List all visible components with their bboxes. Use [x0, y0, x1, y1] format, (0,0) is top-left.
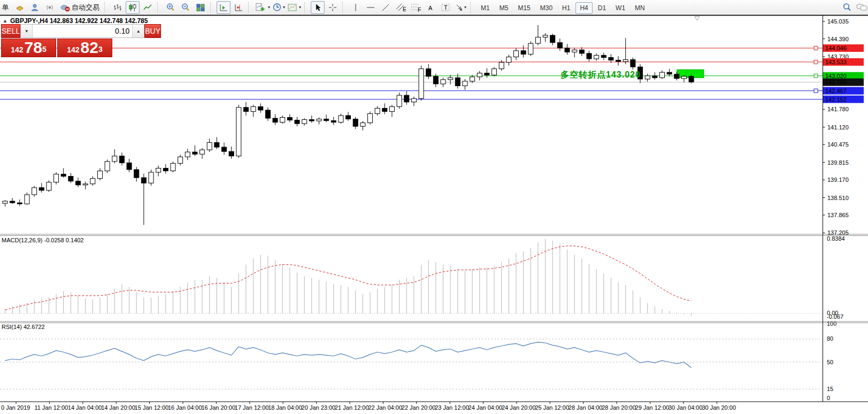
svg-text:142.152: 142.152 [825, 96, 847, 103]
sell-button[interactable]: SELL [1, 24, 20, 38]
sell-price-display[interactable]: 142 78 5 [1, 39, 56, 57]
candlestick-chart-icon[interactable] [126, 1, 140, 14]
line-chart-icon[interactable] [141, 1, 155, 14]
svg-text:23 Jan 12:00: 23 Jan 12:00 [435, 404, 469, 411]
svg-text:16 Jan 04:00: 16 Jan 04:00 [168, 404, 202, 411]
svg-text:11 Jan 12:00: 11 Jan 12:00 [34, 404, 68, 411]
svg-text:139.170: 139.170 [827, 177, 849, 183]
rsi-pane: RSI(14) 42.67221008050150 [0, 320, 836, 401]
profile-icon[interactable] [28, 1, 42, 14]
collapse-panel-icon[interactable]: ▲ [3, 18, 7, 24]
text-label-icon[interactable]: T [439, 1, 452, 14]
chart-area[interactable]: MACD(12,26,9) -0.0258 0.14020.83840.00-0… [0, 14, 868, 414]
zoom-out-icon[interactable] [179, 1, 193, 14]
buy-price-big: 82 [81, 40, 98, 56]
timeframe-MN[interactable]: MN [631, 2, 649, 14]
periods-clock-icon[interactable]: ▾ [272, 1, 286, 14]
timeframe-M15[interactable]: M15 [513, 2, 534, 14]
auto-scroll-icon[interactable] [217, 1, 231, 14]
chart-shift-marker [695, 17, 700, 20]
volume-control: ▼ ▲ [20, 24, 144, 38]
new-order-label: 单 [2, 3, 9, 12]
horizontal-line-icon[interactable] [364, 1, 378, 14]
symbol-header: ▲ GBPJPY-,H4 142.863 142.922 142.748 142… [3, 17, 148, 25]
history-book-icon[interactable] [13, 1, 27, 14]
svg-text:24 Jan 04:00: 24 Jan 04:00 [468, 404, 503, 411]
timeframe-H1[interactable]: H1 [558, 2, 574, 14]
svg-text:-0.067: -0.067 [827, 313, 843, 320]
svg-text:80: 80 [827, 335, 833, 342]
symbol-ohlc-text: GBPJPY-,H4 142.863 142.922 142.748 142.7… [10, 17, 148, 25]
svg-text:30 Jan 04:00: 30 Jan 04:00 [669, 404, 703, 411]
svg-text:14 Jan 20:00: 14 Jan 20:00 [101, 404, 135, 411]
macd-label: MACD(12,26,9) -0.0258 0.1402 [2, 237, 83, 243]
svg-text:0.8384: 0.8384 [827, 235, 845, 242]
svg-text:137.205: 137.205 [827, 229, 849, 236]
arrows-icon[interactable]: ▾ [454, 1, 467, 14]
new-order-button[interactable]: 单 [0, 1, 12, 14]
svg-text:0 Jan 2019: 0 Jan 2019 [1, 404, 30, 411]
volume-input[interactable] [33, 25, 132, 37]
new-chart-icon[interactable]: ▾ [255, 1, 271, 14]
text-icon[interactable]: A [424, 1, 437, 14]
toolbar-separator [304, 2, 309, 13]
svg-text:142.785: 142.785 [825, 79, 847, 86]
axes: 145.035144.390143.730141.780141.120140.4… [0, 15, 868, 411]
templates-icon[interactable]: ▾ [287, 1, 302, 14]
chat-icon[interactable] [855, 1, 868, 14]
timeframe-W1[interactable]: W1 [611, 2, 629, 14]
buy-price-display[interactable]: 142 82 3 [57, 39, 112, 57]
sell-price-small: 142 [11, 44, 23, 56]
timeframe-M5[interactable]: M5 [495, 2, 513, 14]
buy-button[interactable]: BUY [144, 24, 161, 38]
autotrading-button[interactable]: 自动交易 [58, 1, 102, 14]
one-click-trade-panel: SELL ▼ ▲ BUY 142 78 5 142 82 3 [1, 24, 112, 57]
buy-price-small: 142 [67, 44, 79, 56]
toolbar-separator [342, 2, 347, 13]
svg-text:143.020: 143.020 [825, 73, 847, 79]
chart-shift-icon[interactable] [232, 1, 245, 14]
timeframe-M30[interactable]: M30 [536, 2, 557, 14]
chart-canvas[interactable]: MACD(12,26,9) -0.0258 0.14020.83840.00-0… [0, 14, 868, 414]
toolbar-separator [248, 2, 252, 13]
svg-text:15 Jan 12:00: 15 Jan 12:00 [135, 404, 169, 411]
volume-increase-button[interactable]: ▲ [132, 25, 144, 37]
cursor-icon[interactable] [311, 1, 325, 14]
dropdown-arrow-icon: ▾ [283, 5, 285, 10]
svg-text:T: T [444, 4, 448, 11]
svg-text:50: 50 [827, 359, 833, 365]
trendline-icon[interactable] [379, 1, 393, 14]
svg-text:A: A [428, 5, 433, 11]
svg-text:29 Jan 12:00: 29 Jan 12:00 [635, 404, 670, 411]
mt4-window: { "toolbar": { "new_order_label": "单", "… [0, 0, 868, 414]
vertical-line-icon[interactable] [349, 1, 363, 14]
svg-text:141.780: 141.780 [827, 106, 849, 112]
bar-chart-icon[interactable] [111, 1, 125, 14]
pivot-annotation-text[interactable]: 多空转折点143.020 [560, 70, 641, 81]
svg-text:16 Jan 20:00: 16 Jan 20:00 [201, 404, 235, 411]
svg-text:28 Jan 04:00: 28 Jan 04:00 [569, 404, 603, 411]
sell-price-big: 78 [25, 40, 42, 56]
svg-text:30 Jan 20:00: 30 Jan 20:00 [702, 404, 736, 411]
svg-text:E: E [403, 6, 406, 12]
search-icon[interactable] [840, 1, 854, 14]
buy-price-sup: 3 [98, 39, 103, 59]
fibonacci-icon[interactable]: F [409, 1, 423, 14]
timeframe-M1[interactable]: M1 [477, 2, 494, 14]
svg-text:144.046: 144.046 [825, 45, 847, 51]
equidistant-channel-icon[interactable]: E [394, 1, 408, 14]
signal-icon[interactable] [43, 1, 57, 14]
crosshair-icon[interactable] [326, 1, 340, 14]
svg-text:F: F [418, 6, 421, 12]
svg-text:138.510: 138.510 [827, 195, 849, 201]
svg-text:145.035: 145.035 [827, 18, 849, 25]
zoom-in-icon[interactable] [164, 1, 178, 14]
svg-text:0: 0 [827, 395, 830, 401]
tile-windows-icon[interactable] [194, 1, 208, 14]
timeframe-D1[interactable]: D1 [594, 2, 610, 14]
svg-text:142.467: 142.467 [825, 88, 847, 94]
volume-decrease-button[interactable]: ▼ [21, 25, 33, 37]
rsi-label: RSI(14) 42.6722 [2, 324, 45, 330]
timeframe-H4[interactable]: H4 [575, 2, 592, 14]
svg-text:144.390: 144.390 [827, 36, 849, 42]
